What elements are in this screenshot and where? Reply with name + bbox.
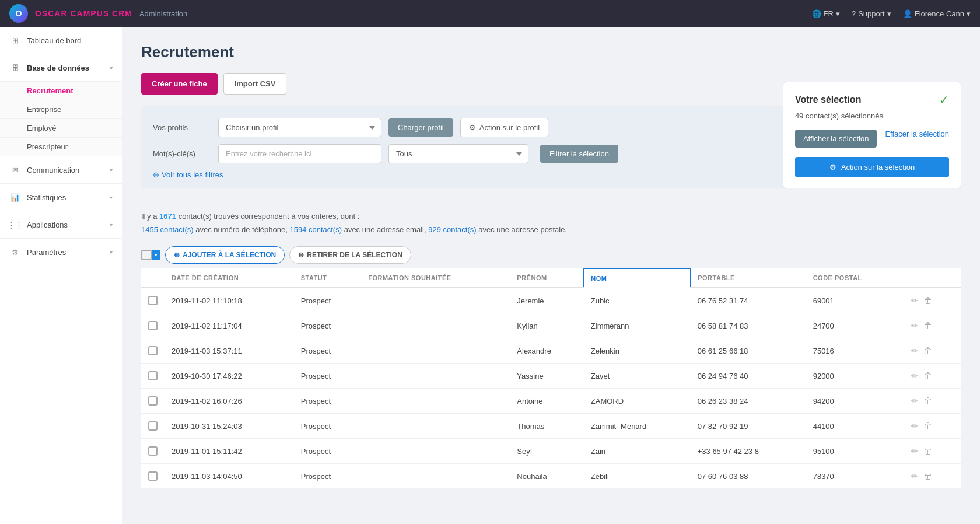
- table-row: 2019-11-03 15:37:11 Prospect Alexandre Z…: [141, 338, 961, 364]
- row-checkbox[interactable]: [148, 421, 158, 431]
- sidebar-item-parametres[interactable]: ⚙ Paramètres ▾: [0, 239, 122, 266]
- cell-formation: [361, 439, 510, 464]
- creer-fiche-button[interactable]: Créer une fiche: [141, 73, 218, 95]
- delete-button[interactable]: 🗑: [922, 344, 934, 357]
- voir-filtres-link[interactable]: ⊕ Voir tous les filtres: [153, 170, 223, 179]
- sidebar: ⊞ Tableau de bord 🗄 Base de données ▾ Re…: [0, 27, 123, 524]
- delete-button[interactable]: 🗑: [922, 294, 934, 307]
- edit-button[interactable]: ✏: [909, 369, 920, 382]
- bar-chart-icon: 📊: [9, 191, 21, 203]
- cell-date: 2019-11-02 16:07:26: [164, 389, 294, 414]
- cell-statut: Prospect: [294, 414, 361, 439]
- charger-profil-button[interactable]: Charger profil: [388, 118, 453, 137]
- admin-label: Administration: [139, 9, 187, 18]
- select-all-checkbox[interactable]: [141, 250, 152, 260]
- edit-button[interactable]: ✏: [909, 445, 920, 457]
- edit-button[interactable]: ✏: [909, 294, 920, 307]
- edit-button[interactable]: ✏: [909, 394, 920, 407]
- cell-code-postal: 94200: [806, 389, 903, 414]
- cell-portable: 07 60 76 03 88: [691, 464, 806, 489]
- topnav-right: 🌐 FR ▾ ? Support ▾ 👤 Florence Cann ▾: [812, 9, 971, 18]
- support-menu[interactable]: ? Support ▾: [852, 9, 891, 18]
- row-checkbox-cell: [141, 313, 164, 338]
- edit-button[interactable]: ✏: [909, 344, 920, 357]
- gear-icon: ⚙: [830, 163, 836, 172]
- delete-button[interactable]: 🗑: [922, 369, 934, 382]
- cell-date: 2019-10-30 17:46:22: [164, 364, 294, 389]
- edit-button[interactable]: ✏: [909, 420, 920, 432]
- chevron-down-icon: ▾: [110, 249, 113, 256]
- col-date[interactable]: DATE DE CRÉATION: [164, 268, 294, 288]
- cell-statut: Prospect: [294, 464, 361, 489]
- row-checkbox[interactable]: [148, 346, 158, 355]
- plus-circle-icon: ⊕: [153, 170, 159, 179]
- row-checkbox[interactable]: [148, 446, 158, 456]
- sidebar-item-entreprise[interactable]: Entreprise: [0, 100, 122, 119]
- action-selection-button[interactable]: ⚙ Action sur la sélection: [795, 157, 949, 177]
- row-checkbox[interactable]: [148, 321, 158, 330]
- profil-select[interactable]: Choisir un profil: [218, 118, 382, 137]
- row-checkbox[interactable]: [148, 296, 158, 305]
- cell-statut: Prospect: [294, 313, 361, 338]
- edit-button[interactable]: ✏: [909, 470, 920, 483]
- row-checkbox[interactable]: [148, 371, 158, 380]
- delete-button[interactable]: 🗑: [922, 394, 934, 407]
- col-portable[interactable]: PORTABLE: [691, 268, 806, 288]
- row-checkbox[interactable]: [148, 471, 158, 481]
- row-checkbox[interactable]: [148, 396, 158, 406]
- import-csv-button[interactable]: Import CSV: [223, 73, 287, 95]
- delete-button[interactable]: 🗑: [922, 470, 934, 483]
- effacer-selection-link[interactable]: Effacer la sélection: [885, 130, 949, 148]
- ajouter-selection-button[interactable]: ⊕ AJOUTER À LA SÉLECTION: [165, 246, 285, 264]
- sidebar-item-employe[interactable]: Employé: [0, 119, 122, 138]
- keyword-input[interactable]: [218, 144, 382, 163]
- filtrer-selection-button[interactable]: Filtrer la sélection: [540, 145, 618, 163]
- col-statut[interactable]: STATUT: [294, 268, 361, 288]
- col-code-postal[interactable]: CODE POSTAL: [806, 268, 903, 288]
- col-formation[interactable]: FORMATION SOUHAITÉE: [361, 268, 510, 288]
- row-action-cells: ✏ 🗑: [902, 414, 961, 439]
- col-nom[interactable]: NOM: [584, 268, 691, 288]
- delete-button[interactable]: 🗑: [922, 445, 934, 457]
- sidebar-item-prescripteur[interactable]: Prescripteur: [0, 138, 122, 156]
- select-dropdown-button[interactable]: ▾: [152, 250, 160, 260]
- user-menu[interactable]: 👤 Florence Cann ▾: [903, 9, 971, 18]
- cell-prenom: Jeremie: [510, 288, 583, 313]
- help-icon: ?: [852, 9, 856, 18]
- tous-select[interactable]: Tous: [388, 144, 528, 163]
- email-count-link[interactable]: 1594 contact(s): [289, 225, 342, 234]
- cell-code-postal: 92000: [806, 364, 903, 389]
- sidebar-item-communication[interactable]: ✉ Communication ▾: [0, 156, 122, 184]
- delete-button[interactable]: 🗑: [922, 420, 934, 432]
- keyword-label: Mot(s)-clé(s): [153, 149, 211, 158]
- app-name: OSCAR CAMPUS CRM: [35, 9, 132, 18]
- language-selector[interactable]: 🌐 FR ▾: [812, 9, 840, 18]
- retirer-selection-button[interactable]: ⊖ RETIRER DE LA SÉLECTION: [289, 246, 411, 264]
- table-row: 2019-10-31 15:24:03 Prospect Thomas Zamm…: [141, 414, 961, 439]
- mail-icon: ✉: [9, 164, 21, 176]
- cell-formation: [361, 364, 510, 389]
- row-action-cells: ✏ 🗑: [902, 288, 961, 313]
- delete-button[interactable]: 🗑: [922, 319, 934, 332]
- action-profil-button[interactable]: ⚙ Action sur le profil: [460, 118, 548, 137]
- cell-date: 2019-10-31 15:24:03: [164, 414, 294, 439]
- table-row: 2019-11-02 11:17:04 Prospect Kylian Zimm…: [141, 313, 961, 338]
- col-prenom[interactable]: PRÉNOM: [510, 268, 583, 288]
- sidebar-item-tableau-de-bord[interactable]: ⊞ Tableau de bord: [0, 27, 122, 54]
- cell-formation: [361, 414, 510, 439]
- afficher-selection-button[interactable]: Afficher la sélection: [795, 130, 877, 148]
- table-row: 2019-10-30 17:46:22 Prospect Yassine Zay…: [141, 364, 961, 389]
- cell-code-postal: 24700: [806, 313, 903, 338]
- cell-statut: Prospect: [294, 338, 361, 364]
- sidebar-item-recrutement[interactable]: Recrutement: [0, 82, 122, 100]
- cell-code-postal: 44100: [806, 414, 903, 439]
- edit-button[interactable]: ✏: [909, 319, 920, 332]
- postal-count-link[interactable]: 929 contact(s): [428, 225, 476, 234]
- sidebar-item-base-de-donnees[interactable]: 🗄 Base de données ▾: [0, 54, 122, 82]
- cell-portable: 06 26 23 38 24: [691, 389, 806, 414]
- sidebar-item-applications[interactable]: ⋮⋮ Applications ▾: [0, 211, 122, 239]
- row-action-cells: ✏ 🗑: [902, 338, 961, 364]
- sidebar-item-statistiques[interactable]: 📊 Statistiques ▾: [0, 184, 122, 211]
- phone-count-link[interactable]: 1455 contact(s): [141, 225, 194, 234]
- cell-portable: 06 76 52 31 74: [691, 288, 806, 313]
